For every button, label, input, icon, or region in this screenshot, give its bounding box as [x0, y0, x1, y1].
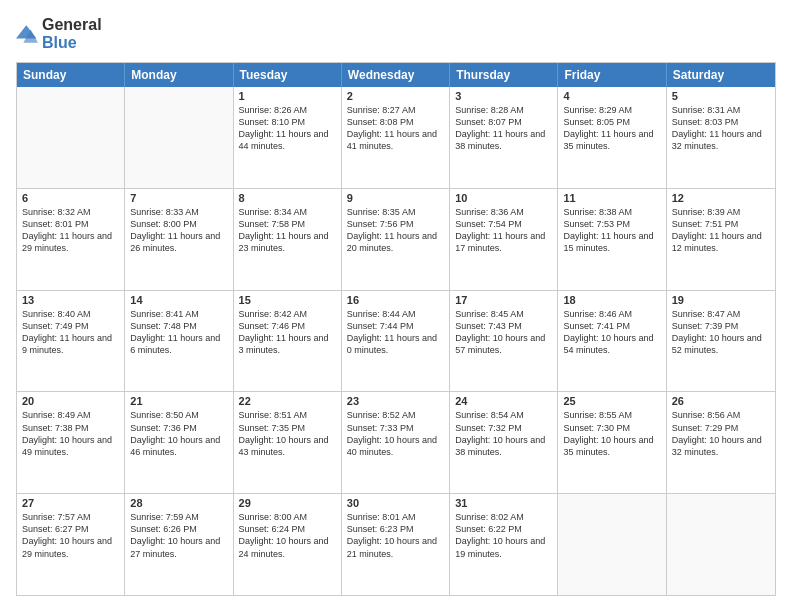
calendar-cell: 17Sunrise: 8:45 AM Sunset: 7:43 PM Dayli… [450, 291, 558, 392]
logo-text: General Blue [42, 16, 102, 52]
calendar-row: 20Sunrise: 8:49 AM Sunset: 7:38 PM Dayli… [17, 392, 775, 494]
calendar-cell: 2Sunrise: 8:27 AM Sunset: 8:08 PM Daylig… [342, 87, 450, 188]
day-info: Sunrise: 8:36 AM Sunset: 7:54 PM Dayligh… [455, 206, 552, 255]
day-number: 23 [347, 395, 444, 407]
day-info: Sunrise: 8:49 AM Sunset: 7:38 PM Dayligh… [22, 409, 119, 458]
day-info: Sunrise: 8:33 AM Sunset: 8:00 PM Dayligh… [130, 206, 227, 255]
day-number: 16 [347, 294, 444, 306]
calendar-cell: 9Sunrise: 8:35 AM Sunset: 7:56 PM Daylig… [342, 189, 450, 290]
calendar-cell: 19Sunrise: 8:47 AM Sunset: 7:39 PM Dayli… [667, 291, 775, 392]
day-info: Sunrise: 8:51 AM Sunset: 7:35 PM Dayligh… [239, 409, 336, 458]
calendar-cell: 25Sunrise: 8:55 AM Sunset: 7:30 PM Dayli… [558, 392, 666, 493]
calendar-cell: 15Sunrise: 8:42 AM Sunset: 7:46 PM Dayli… [234, 291, 342, 392]
day-info: Sunrise: 8:35 AM Sunset: 7:56 PM Dayligh… [347, 206, 444, 255]
day-number: 10 [455, 192, 552, 204]
day-info: Sunrise: 8:01 AM Sunset: 6:23 PM Dayligh… [347, 511, 444, 560]
logo: General Blue [16, 16, 102, 52]
day-number: 15 [239, 294, 336, 306]
day-info: Sunrise: 8:47 AM Sunset: 7:39 PM Dayligh… [672, 308, 770, 357]
day-number: 1 [239, 90, 336, 102]
day-number: 26 [672, 395, 770, 407]
weekday-header: Sunday [17, 63, 125, 87]
calendar-cell: 16Sunrise: 8:44 AM Sunset: 7:44 PM Dayli… [342, 291, 450, 392]
day-info: Sunrise: 8:00 AM Sunset: 6:24 PM Dayligh… [239, 511, 336, 560]
day-number: 24 [455, 395, 552, 407]
calendar-row: 1Sunrise: 8:26 AM Sunset: 8:10 PM Daylig… [17, 87, 775, 189]
weekday-header: Friday [558, 63, 666, 87]
day-number: 25 [563, 395, 660, 407]
calendar-cell: 1Sunrise: 8:26 AM Sunset: 8:10 PM Daylig… [234, 87, 342, 188]
day-number: 7 [130, 192, 227, 204]
calendar-cell: 24Sunrise: 8:54 AM Sunset: 7:32 PM Dayli… [450, 392, 558, 493]
day-number: 18 [563, 294, 660, 306]
day-info: Sunrise: 8:46 AM Sunset: 7:41 PM Dayligh… [563, 308, 660, 357]
day-number: 20 [22, 395, 119, 407]
calendar-cell: 12Sunrise: 8:39 AM Sunset: 7:51 PM Dayli… [667, 189, 775, 290]
day-number: 8 [239, 192, 336, 204]
day-info: Sunrise: 8:34 AM Sunset: 7:58 PM Dayligh… [239, 206, 336, 255]
day-info: Sunrise: 8:40 AM Sunset: 7:49 PM Dayligh… [22, 308, 119, 357]
weekday-header: Saturday [667, 63, 775, 87]
day-number: 30 [347, 497, 444, 509]
day-info: Sunrise: 8:26 AM Sunset: 8:10 PM Dayligh… [239, 104, 336, 153]
calendar-cell: 21Sunrise: 8:50 AM Sunset: 7:36 PM Dayli… [125, 392, 233, 493]
calendar-cell: 18Sunrise: 8:46 AM Sunset: 7:41 PM Dayli… [558, 291, 666, 392]
calendar-cell: 10Sunrise: 8:36 AM Sunset: 7:54 PM Dayli… [450, 189, 558, 290]
day-info: Sunrise: 8:50 AM Sunset: 7:36 PM Dayligh… [130, 409, 227, 458]
calendar-cell: 11Sunrise: 8:38 AM Sunset: 7:53 PM Dayli… [558, 189, 666, 290]
calendar-cell [667, 494, 775, 595]
calendar-cell: 30Sunrise: 8:01 AM Sunset: 6:23 PM Dayli… [342, 494, 450, 595]
calendar-body: 1Sunrise: 8:26 AM Sunset: 8:10 PM Daylig… [17, 87, 775, 595]
day-number: 6 [22, 192, 119, 204]
day-info: Sunrise: 8:28 AM Sunset: 8:07 PM Dayligh… [455, 104, 552, 153]
calendar-row: 27Sunrise: 7:57 AM Sunset: 6:27 PM Dayli… [17, 494, 775, 595]
calendar-cell: 22Sunrise: 8:51 AM Sunset: 7:35 PM Dayli… [234, 392, 342, 493]
day-number: 2 [347, 90, 444, 102]
day-number: 3 [455, 90, 552, 102]
day-info: Sunrise: 7:59 AM Sunset: 6:26 PM Dayligh… [130, 511, 227, 560]
logo-icon [16, 23, 38, 45]
page: General Blue SundayMondayTuesdayWednesda… [0, 0, 792, 612]
calendar-cell: 3Sunrise: 8:28 AM Sunset: 8:07 PM Daylig… [450, 87, 558, 188]
day-number: 11 [563, 192, 660, 204]
day-number: 28 [130, 497, 227, 509]
calendar-cell: 8Sunrise: 8:34 AM Sunset: 7:58 PM Daylig… [234, 189, 342, 290]
day-info: Sunrise: 8:42 AM Sunset: 7:46 PM Dayligh… [239, 308, 336, 357]
calendar-cell: 27Sunrise: 7:57 AM Sunset: 6:27 PM Dayli… [17, 494, 125, 595]
calendar-cell [125, 87, 233, 188]
calendar-cell [17, 87, 125, 188]
day-info: Sunrise: 8:54 AM Sunset: 7:32 PM Dayligh… [455, 409, 552, 458]
day-info: Sunrise: 8:41 AM Sunset: 7:48 PM Dayligh… [130, 308, 227, 357]
day-info: Sunrise: 8:27 AM Sunset: 8:08 PM Dayligh… [347, 104, 444, 153]
day-info: Sunrise: 8:32 AM Sunset: 8:01 PM Dayligh… [22, 206, 119, 255]
day-number: 9 [347, 192, 444, 204]
day-info: Sunrise: 7:57 AM Sunset: 6:27 PM Dayligh… [22, 511, 119, 560]
day-number: 22 [239, 395, 336, 407]
day-number: 21 [130, 395, 227, 407]
day-number: 13 [22, 294, 119, 306]
calendar-cell: 4Sunrise: 8:29 AM Sunset: 8:05 PM Daylig… [558, 87, 666, 188]
day-number: 4 [563, 90, 660, 102]
calendar-cell: 29Sunrise: 8:00 AM Sunset: 6:24 PM Dayli… [234, 494, 342, 595]
calendar-cell: 23Sunrise: 8:52 AM Sunset: 7:33 PM Dayli… [342, 392, 450, 493]
day-info: Sunrise: 8:52 AM Sunset: 7:33 PM Dayligh… [347, 409, 444, 458]
day-number: 17 [455, 294, 552, 306]
calendar-cell: 20Sunrise: 8:49 AM Sunset: 7:38 PM Dayli… [17, 392, 125, 493]
weekday-header: Monday [125, 63, 233, 87]
calendar-row: 13Sunrise: 8:40 AM Sunset: 7:49 PM Dayli… [17, 291, 775, 393]
day-info: Sunrise: 8:38 AM Sunset: 7:53 PM Dayligh… [563, 206, 660, 255]
calendar-cell: 6Sunrise: 8:32 AM Sunset: 8:01 PM Daylig… [17, 189, 125, 290]
day-info: Sunrise: 8:02 AM Sunset: 6:22 PM Dayligh… [455, 511, 552, 560]
calendar-row: 6Sunrise: 8:32 AM Sunset: 8:01 PM Daylig… [17, 189, 775, 291]
calendar-cell: 31Sunrise: 8:02 AM Sunset: 6:22 PM Dayli… [450, 494, 558, 595]
header: General Blue [16, 16, 776, 52]
day-number: 29 [239, 497, 336, 509]
calendar-header-row: SundayMondayTuesdayWednesdayThursdayFrid… [17, 63, 775, 87]
weekday-header: Thursday [450, 63, 558, 87]
day-number: 19 [672, 294, 770, 306]
calendar-cell: 14Sunrise: 8:41 AM Sunset: 7:48 PM Dayli… [125, 291, 233, 392]
day-info: Sunrise: 8:56 AM Sunset: 7:29 PM Dayligh… [672, 409, 770, 458]
day-info: Sunrise: 8:44 AM Sunset: 7:44 PM Dayligh… [347, 308, 444, 357]
calendar-cell [558, 494, 666, 595]
day-number: 27 [22, 497, 119, 509]
